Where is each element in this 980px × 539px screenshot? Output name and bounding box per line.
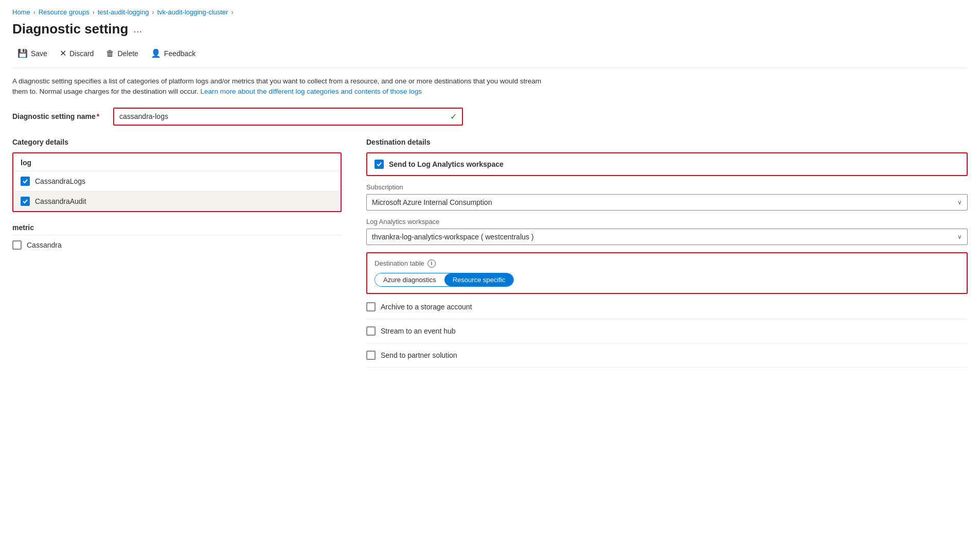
subscription-label: Subscription: [366, 183, 968, 191]
cassandra-audit-checkbox[interactable]: [21, 197, 30, 206]
destination-table-label: Destination table: [375, 259, 424, 267]
log-group-label: log: [13, 153, 341, 171]
destination-table-box: Destination table i Azure diagnostics Re…: [366, 252, 968, 294]
log-analytics-dropdown[interactable]: thvankra-log-analytics-workspace ( westc…: [366, 229, 968, 245]
diagnostic-name-input-wrapper: ✓: [113, 108, 463, 126]
learn-more-link[interactable]: Learn more about the different log categ…: [200, 88, 422, 95]
breadcrumb-sep-1: ›: [33, 9, 35, 16]
info-icon: i: [427, 259, 436, 268]
required-star: *: [97, 112, 99, 120]
feedback-label: Feedback: [164, 49, 195, 58]
send-to-log-label: Send to Log Analytics workspace: [389, 160, 504, 168]
category-item-cassandra-logs[interactable]: CassandraLogs: [13, 171, 341, 191]
category-item-cassandra-audit[interactable]: CassandraAudit: [13, 191, 341, 211]
breadcrumb-sep-3: ›: [152, 9, 154, 16]
other-destinations: Archive to a storage account Stream to a…: [366, 295, 968, 368]
category-details-col: Category details log CassandraLogs Cassa: [12, 138, 342, 255]
feedback-button[interactable]: 👤 Feedback: [146, 45, 201, 61]
page-title-container: Diagnostic setting ...: [12, 21, 968, 37]
diagnostic-name-row: Diagnostic setting name* ✓: [12, 108, 968, 126]
two-col-layout: Category details log CassandraLogs Cassa: [12, 138, 968, 368]
stream-event-hub-item[interactable]: Stream to an event hub: [366, 319, 968, 343]
check-icon: ✓: [450, 112, 457, 121]
send-partner-label: Send to partner solution: [381, 351, 457, 359]
discard-label: Discard: [69, 49, 94, 58]
delete-label: Delete: [117, 49, 138, 58]
archive-storage-label: Archive to a storage account: [381, 303, 472, 311]
breadcrumb-test-audit-logging[interactable]: test-audit-logging: [98, 8, 149, 16]
cassandra-audit-label: CassandraAudit: [35, 197, 86, 205]
subscription-chevron-down-icon: ∨: [957, 199, 962, 206]
discard-icon: ✕: [60, 48, 66, 58]
check-svg-2: [22, 198, 28, 204]
archive-storage-item[interactable]: Archive to a storage account: [366, 295, 968, 319]
diagnostic-name-label: Diagnostic setting name*: [12, 112, 105, 120]
metric-group-label: metric: [12, 220, 342, 235]
breadcrumb-home[interactable]: Home: [12, 8, 30, 16]
toolbar: 💾 Save ✕ Discard 🗑 Delete 👤 Feedback: [12, 45, 968, 68]
destination-table-header: Destination table i: [375, 259, 959, 268]
category-log-box: log CassandraLogs CassandraAudit: [12, 152, 342, 212]
send-to-log-section: Send to Log Analytics workspace: [366, 152, 968, 176]
metric-item-cassandra[interactable]: Cassandra: [12, 235, 342, 255]
save-button[interactable]: 💾 Save: [12, 45, 52, 61]
metric-section: metric Cassandra: [12, 220, 342, 255]
check-svg: [22, 178, 28, 184]
destination-table-toggle-group: Azure diagnostics Resource specific: [375, 273, 514, 287]
destination-details-col: Destination details Send to Log Analytic…: [366, 138, 968, 368]
description: A diagnostic setting specifies a list of…: [12, 76, 553, 97]
delete-button[interactable]: 🗑 Delete: [101, 46, 143, 61]
cassandra-metric-label: Cassandra: [27, 241, 62, 249]
stream-event-hub-label: Stream to an event hub: [381, 327, 456, 335]
send-to-log-checkbox[interactable]: [375, 160, 384, 169]
subscription-value: Microsoft Azure Internal Consumption: [372, 198, 492, 206]
stream-event-hub-checkbox[interactable]: [366, 326, 376, 336]
breadcrumb: Home › Resource groups › test-audit-logg…: [12, 8, 968, 16]
cassandra-metric-checkbox[interactable]: [12, 240, 22, 250]
log-analytics-value: thvankra-log-analytics-workspace ( westc…: [372, 233, 533, 241]
delete-icon: 🗑: [106, 49, 114, 58]
toggle-azure-diagnostics[interactable]: Azure diagnostics: [375, 273, 444, 286]
toggle-resource-specific[interactable]: Resource specific: [444, 273, 514, 286]
send-partner-checkbox[interactable]: [366, 351, 376, 360]
destination-details-title: Destination details: [366, 138, 968, 146]
save-icon: 💾: [17, 48, 28, 58]
cassandra-logs-label: CassandraLogs: [35, 177, 85, 185]
diagnostic-name-input[interactable]: [119, 112, 446, 120]
log-analytics-label: Log Analytics workspace: [366, 218, 968, 225]
page-title: Diagnostic setting: [12, 21, 128, 37]
cassandra-logs-checkbox[interactable]: [21, 177, 30, 186]
page-title-ellipsis: ...: [133, 23, 142, 35]
send-partner-item[interactable]: Send to partner solution: [366, 343, 968, 368]
log-analytics-chevron-down-icon: ∨: [957, 233, 962, 240]
feedback-icon: 👤: [151, 48, 161, 58]
check-svg-log: [376, 161, 382, 167]
log-analytics-workspace-field: Log Analytics workspace thvankra-log-ana…: [366, 218, 968, 245]
subscription-field: Subscription Microsoft Azure Internal Co…: [366, 183, 968, 211]
breadcrumb-sep-4: ›: [231, 9, 233, 16]
breadcrumb-cluster[interactable]: tvk-audit-logging-cluster: [157, 8, 228, 16]
save-label: Save: [31, 49, 47, 58]
subscription-dropdown[interactable]: Microsoft Azure Internal Consumption ∨: [366, 194, 968, 211]
category-details-title: Category details: [12, 138, 342, 146]
archive-storage-checkbox[interactable]: [366, 302, 376, 311]
discard-button[interactable]: ✕ Discard: [55, 45, 99, 61]
send-to-log-wrapper: Send to Log Analytics workspace: [366, 152, 968, 176]
breadcrumb-sep-2: ›: [93, 9, 95, 16]
breadcrumb-resource-groups[interactable]: Resource groups: [39, 8, 90, 16]
